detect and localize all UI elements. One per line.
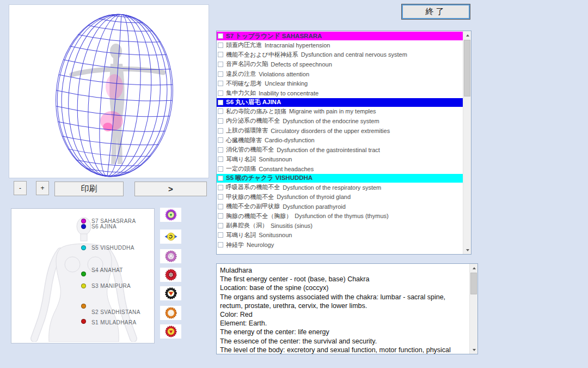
chakra-dot-s4: [81, 272, 86, 276]
symptom-row[interactable]: 機能不全および中枢神経系Dysfunction and central nerv…: [217, 50, 463, 60]
symptom-row[interactable]: 呼吸器系の機能不全Dysfunction of the respiratory …: [217, 183, 463, 192]
checkbox[interactable]: [218, 194, 223, 200]
symptom-label-jp: 私の寺院の痛みと頭痛: [226, 107, 286, 116]
scroll-down-icon[interactable]: [470, 346, 478, 354]
description-scrollbar[interactable]: [469, 264, 477, 354]
checkbox[interactable]: [218, 147, 223, 153]
symptom-label-en: Circulatory disorders of the upper extre…: [271, 128, 390, 134]
checkbox[interactable]: [218, 81, 223, 86]
checkbox[interactable]: [218, 204, 223, 209]
section-header-label: S5 喉のチャクラ VISHUDDHA: [226, 174, 313, 182]
symptom-label-jp: 消化管の機能不全: [226, 146, 274, 154]
symptom-row[interactable]: 胸腺の機能不全（胸腺）Dysfunction of the thymus (th…: [217, 212, 463, 221]
chakra-dot-s6: [81, 224, 86, 229]
symptom-row[interactable]: 上肢の循環障害Circulatory disorders of the uppe…: [217, 126, 463, 136]
manipura-icon[interactable]: [160, 286, 181, 300]
checkbox[interactable]: [218, 71, 223, 77]
print-button[interactable]: 印刷: [54, 182, 124, 196]
checkbox[interactable]: [218, 100, 223, 105]
description-line: Element: Earth.: [220, 319, 467, 328]
symptom-label-en: Sinusitis (sinus): [271, 222, 313, 229]
description-line: The energy of the center: life energy: [220, 328, 467, 336]
vishuddha-icon[interactable]: [160, 249, 181, 263]
symptom-label-jp: 機能不全の副甲状腺: [226, 202, 280, 210]
scroll-up-icon[interactable]: [463, 31, 471, 39]
checkbox[interactable]: [218, 213, 223, 219]
section-header[interactable]: S6 丸い眉毛 AJINA: [217, 98, 463, 107]
chakra-legend-label: S4 ANAHAT: [91, 267, 123, 273]
checkbox[interactable]: [218, 118, 223, 124]
chakra-body-panel: S7 SAHASRARAS6 AJINAS5 VISHUDDHAS4 ANAHA…: [11, 208, 155, 343]
section-header[interactable]: S5 喉のチャクラ VISHUDDHA: [217, 174, 463, 183]
ajina-icon[interactable]: [160, 230, 181, 244]
checkbox[interactable]: [218, 91, 223, 96]
symptom-row[interactable]: 音声名詞の欠陥Defects of speechnoun: [217, 59, 463, 69]
section-header-label: S7 トップラウンド SAHASRARA: [226, 32, 322, 40]
checkbox[interactable]: [218, 128, 223, 134]
symptom-row[interactable]: 内分泌系の機能不全Dysfunction of the endocrine sy…: [217, 116, 463, 126]
symptom-label-jp: 耳鳴り名詞: [226, 231, 256, 239]
checkbox[interactable]: [218, 232, 223, 238]
zoom-in-button[interactable]: +: [36, 181, 49, 195]
zoom-out-button[interactable]: -: [14, 181, 27, 195]
sahasrara-icon[interactable]: [160, 208, 181, 222]
symptom-row[interactable]: 一定の頭痛Constant headaches: [217, 164, 463, 174]
checkbox[interactable]: [218, 166, 223, 172]
checkbox[interactable]: [218, 62, 223, 67]
chakra-legend-label: S1 MULADHARA: [91, 319, 137, 325]
checkbox[interactable]: [218, 185, 223, 190]
symptom-row[interactable]: 耳鳴り名詞Sonitusnoun: [217, 155, 463, 165]
checkbox[interactable]: [218, 223, 223, 228]
symptom-row[interactable]: 耳鳴り名詞Sonitusnoun: [217, 231, 463, 240]
symptom-row[interactable]: 機能不全の副甲状腺Dysfunction parathyroid: [217, 202, 463, 212]
symptom-row[interactable]: 副鼻腔炎（洞）Sinusitis (sinus): [217, 221, 463, 231]
symptom-row[interactable]: 違反の注意Violations attention: [217, 69, 463, 79]
symptom-label-jp: 胸腺の機能不全（胸腺）: [226, 212, 292, 220]
checkbox[interactable]: [218, 108, 223, 114]
section-header[interactable]: S7 トップラウンド SAHASRARA: [217, 32, 463, 40]
symptom-label-en: Neurology: [247, 242, 274, 248]
next-button[interactable]: >: [134, 182, 207, 196]
symptom-label-jp: 不明確な思考: [226, 80, 262, 88]
scrollbar-thumb[interactable]: [464, 40, 470, 96]
symptom-label-en: Migraine with pain in my temples: [289, 108, 376, 114]
symptom-label-en: Intracranial hypertension: [265, 42, 330, 49]
checkbox[interactable]: [218, 176, 223, 181]
symptom-row[interactable]: 集中力欠如Inability to concentrate: [217, 88, 463, 98]
exit-button[interactable]: 終了: [401, 4, 470, 20]
chakra-dot-s5: [81, 245, 86, 250]
checkbox[interactable]: [218, 156, 223, 162]
symptom-label-en: Dysfunction of the gastrointestinal trac…: [277, 147, 380, 153]
checkbox[interactable]: [218, 33, 223, 39]
symptom-label-en: Violations attention: [259, 71, 309, 77]
symptom-row[interactable]: 神経学Neurology: [217, 240, 463, 250]
symptom-row[interactable]: 私の寺院の痛みと頭痛Migraine with pain in my templ…: [217, 107, 463, 117]
symptom-list-scrollbar[interactable]: [463, 31, 471, 254]
symptom-label-en: Defects of speechnoun: [271, 61, 332, 68]
symptom-row[interactable]: 消化管の機能不全Dysfunction of the gastrointesti…: [217, 145, 463, 155]
scroll-up-icon[interactable]: [470, 264, 478, 272]
symptom-label-en: Inability to concentrate: [259, 90, 318, 96]
muladhara-icon[interactable]: [160, 324, 181, 339]
scrollbar-thumb[interactable]: [470, 273, 477, 294]
symptom-row[interactable]: 頭蓋内圧亢進Intracranial hypertension: [217, 40, 463, 50]
symptom-label-jp: 音声名詞の欠陥: [226, 60, 268, 68]
checkbox[interactable]: [218, 242, 223, 248]
description-line: The essence of the center: the survival …: [220, 337, 467, 346]
symptom-row[interactable]: 心臓機能障害Cardio-dysfunction: [217, 135, 463, 145]
checkbox[interactable]: [218, 52, 223, 57]
symptom-row[interactable]: 甲状腺の機能不全Dysfunction of thyroid gland: [217, 192, 463, 202]
scroll-down-icon[interactable]: [463, 246, 471, 254]
svadhistana-icon[interactable]: [160, 306, 181, 320]
symptom-list-rows: S7 トップラウンド SAHASRARA頭蓋内圧亢進Intracranial h…: [217, 32, 463, 254]
checkbox[interactable]: [218, 137, 223, 143]
symptom-label-en: Dysfunction of thyroid gland: [277, 194, 351, 200]
checkbox[interactable]: [218, 43, 223, 48]
chakra-legend-label: S3 MANIPURA: [91, 283, 131, 289]
anahat-icon[interactable]: [160, 268, 181, 282]
symptom-label-jp: 違反の注意: [226, 70, 256, 78]
chakra-dot-s7: [81, 219, 86, 224]
symptom-row[interactable]: 不明確な思考Unclear thinking: [217, 79, 463, 88]
chakra-dot-s1: [81, 319, 86, 324]
symptom-label-en: Dysfunction and central nervous system: [301, 51, 407, 58]
